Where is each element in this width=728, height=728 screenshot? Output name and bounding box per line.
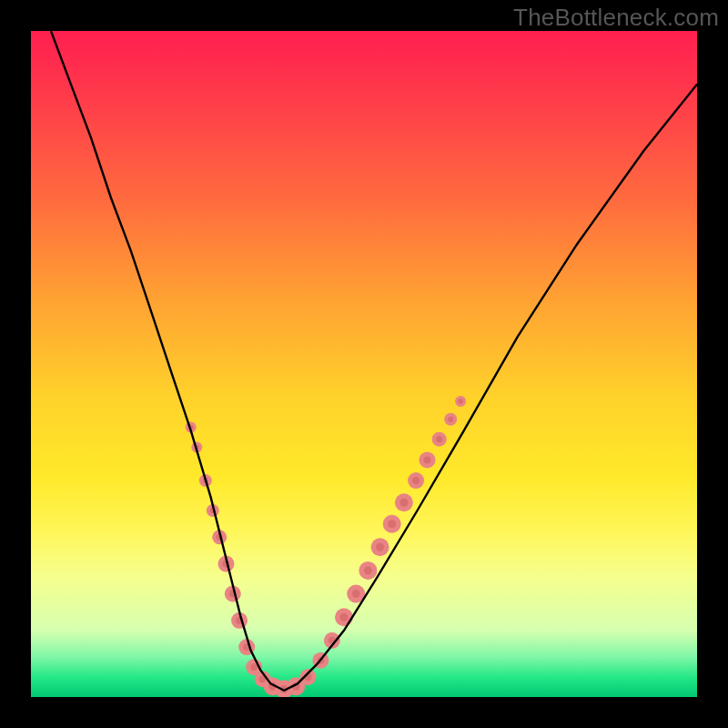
data-marker-core	[399, 499, 408, 507]
bottleneck-curve	[51, 31, 697, 691]
plot-area	[31, 31, 697, 697]
curve-layer	[31, 31, 697, 697]
data-marker-core	[352, 590, 360, 598]
data-marker-core	[458, 399, 462, 403]
data-marker-core	[448, 417, 453, 422]
data-marker-core	[412, 477, 420, 484]
data-marker-core	[436, 436, 442, 442]
data-marker-core	[340, 613, 349, 622]
watermark-text: TheBottleneck.com	[513, 4, 719, 32]
chart-frame: TheBottleneck.com	[0, 0, 728, 728]
data-marker-core	[364, 566, 372, 574]
data-marker-core	[388, 520, 396, 528]
data-marker-core	[424, 456, 431, 463]
data-marker-core	[376, 543, 384, 551]
